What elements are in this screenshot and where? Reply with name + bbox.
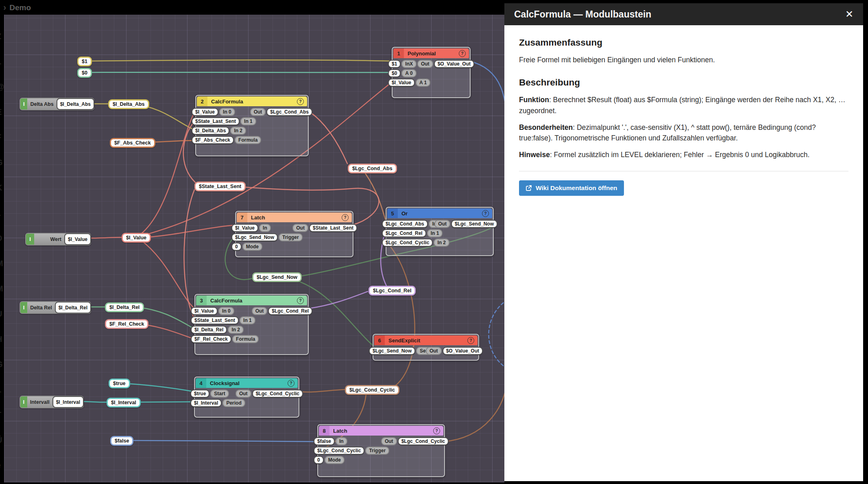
node-header[interactable]: 7Latch? [237, 212, 352, 222]
port-value[interactable]: $0 [388, 69, 401, 77]
node-header[interactable]: 5Or? [387, 208, 492, 218]
port-name[interactable]: In 1 [427, 229, 443, 237]
port-value[interactable]: $Lgc_Cond_Abs [266, 108, 312, 116]
node-Polynomial[interactable]: 1Polynomial?$1InX$0A 0$I_ValueA 1Out$O_V… [392, 47, 471, 98]
port-value[interactable]: $I_Value [231, 224, 258, 232]
port-name[interactable]: In 1 [240, 316, 255, 324]
port-value[interactable]: $false [314, 437, 335, 445]
port-name[interactable]: Trigger [365, 447, 389, 455]
port-name[interactable]: In 2 [434, 239, 449, 247]
port-value[interactable]: $F_Rel_Check [191, 335, 231, 343]
wire-$false[interactable] [125, 440, 317, 442]
port-value[interactable]: $Lgc_Cond_Cyclic [252, 390, 303, 398]
value-label[interactable]: $Lgc_Cond_Rel [369, 286, 416, 296]
help-icon[interactable]: ? [297, 98, 304, 105]
port-name[interactable]: A 1 [416, 79, 430, 87]
port-value[interactable]: $Lgc_Cond_Cyclic [314, 447, 364, 455]
port-value[interactable]: $F_Abs_Check [192, 136, 234, 144]
wire-$true[interactable] [123, 383, 194, 392]
port-name[interactable]: Formula [235, 136, 261, 144]
port-name[interactable]: Period [222, 399, 245, 407]
port-name[interactable]: Start [210, 390, 229, 398]
wire-$I_Value[interactable] [140, 240, 194, 309]
port-value[interactable]: $I_Delta_Abs [192, 127, 229, 135]
value-label[interactable]: $I_Interval [107, 398, 141, 407]
value-label[interactable]: $F_Abs_Check [110, 138, 155, 148]
port-value[interactable]: $O_Value_Out [443, 347, 483, 355]
help-icon[interactable]: ? [342, 214, 349, 221]
node-Or[interactable]: 5Or?$Lgc_Cond_AbsIn 0$Lgc_Cond_RelIn 1$L… [386, 207, 494, 256]
wire-$Lgc_Cond_Cyclic[interactable] [443, 381, 504, 442]
port-name[interactable]: In [336, 437, 347, 445]
node-header[interactable]: 4Clocksignal? [196, 378, 298, 388]
wire-$Lgc_Cond_Abs[interactable] [309, 112, 347, 164]
port-name[interactable]: Out [426, 347, 442, 355]
input-node[interactable]: IIntervall$I_Interval [20, 396, 84, 408]
port-name[interactable]: Formula [232, 335, 259, 343]
node-Latch[interactable]: 8Latch?$falseIn$Lgc_Cond_CyclicTrigger0M… [317, 424, 445, 477]
port-value[interactable]: $Lgc_Cond_Rel [382, 229, 426, 237]
port-value[interactable]: $O_Value_Out [434, 60, 474, 68]
node-CalcFormula[interactable]: 3CalcFormula?$I_ValueIn 0$State_Last_Sen… [194, 294, 309, 355]
node-CalcFormula[interactable]: 2CalcFormula?$I_ValueIn 0$State_Last_Sen… [195, 95, 309, 156]
node-Latch[interactable]: 7Latch?$I_ValueIn$Lgc_Send_NowTrigger0Mo… [235, 211, 353, 257]
port-value[interactable]: $Lgc_Cond_Abs [382, 220, 428, 228]
wire-$Lgc_Cond_Cyclic[interactable] [298, 390, 345, 392]
value-label[interactable]: $Lgc_Cond_Cyclic [345, 385, 399, 395]
port-name[interactable]: In 0 [219, 108, 235, 116]
wire-$Lgc_Cond_Cyclic[interactable] [386, 241, 415, 388]
input-node[interactable]: IDelta Rel$I_Delta_Rel [20, 301, 91, 314]
port-value[interactable]: $Lgc_Send_Now [369, 347, 415, 355]
port-name[interactable]: Out [252, 307, 268, 315]
value-label[interactable]: $Lgc_Send_Now [252, 272, 302, 282]
value-label[interactable]: $I_Delta_Abs [108, 99, 149, 109]
port-name[interactable]: A 0 [401, 69, 416, 77]
port-value[interactable]: $Lgc_Send_Now [231, 233, 278, 241]
value-label[interactable]: $I_Value [122, 233, 151, 243]
port-value[interactable]: $I_Value [388, 79, 415, 87]
wire-$I_Value[interactable] [140, 225, 235, 238]
node-header[interactable]: 8Latch? [319, 426, 443, 436]
wire-$O_Value_Out[interactable] [469, 61, 504, 145]
breadcrumb[interactable]: › Demo [3, 2, 31, 14]
port-name[interactable]: Trigger [279, 233, 303, 241]
port-name[interactable]: InX [401, 60, 417, 68]
node-SendExplicit[interactable]: 6SendExplicit?$Lgc_Send_NowSendOut$O_Val… [373, 334, 479, 361]
port-value[interactable]: $Lgc_Cond_Cyclic [382, 239, 433, 247]
port-value[interactable]: $Lgc_Cond_Cyclic [398, 437, 449, 445]
wire-$State_Last_Sent[interactable] [184, 190, 194, 318]
value-label[interactable]: $false [110, 436, 133, 446]
wire-$Lgc_Cond_Rel[interactable] [307, 291, 368, 309]
wire-$I_Interval[interactable] [81, 401, 107, 402]
node-header[interactable]: 2CalcFormula? [197, 96, 307, 106]
port-value[interactable]: $State_Last_Sent [192, 117, 240, 125]
port-name[interactable]: Out [434, 220, 450, 228]
port-value[interactable]: $true [190, 390, 209, 398]
wiki-button[interactable]: Wiki Dokumentation öffnen [519, 180, 624, 196]
port-name[interactable]: Mode [325, 456, 345, 464]
wire-$O_Value_Out[interactable] [489, 300, 505, 369]
wire-$Lgc_Cond_Abs[interactable] [365, 173, 386, 220]
port-value[interactable]: $Lgc_Cond_Rel [268, 307, 312, 315]
node-Clocksignal[interactable]: 4Clocksignal?$trueStart$I_IntervalPeriod… [194, 377, 299, 418]
input-node[interactable]: IDelta Abs$I_Delta_Abs [20, 98, 94, 110]
port-value[interactable]: $I_Interval [190, 399, 222, 407]
port-name[interactable]: Out [381, 437, 397, 445]
value-label[interactable]: $0 [77, 68, 92, 78]
port-name[interactable]: Out [292, 224, 308, 232]
port-name[interactable]: Out [250, 108, 266, 116]
port-name[interactable]: In [259, 224, 271, 232]
value-label[interactable]: $I_Delta_Rel [105, 302, 144, 312]
wire-$0[interactable] [88, 72, 392, 73]
port-name[interactable]: Out [417, 60, 433, 68]
wire-$1[interactable] [88, 60, 392, 61]
value-label[interactable]: $Lgc_Cond_Abs [348, 164, 397, 173]
port-value[interactable]: $I_Delta_Rel [191, 326, 227, 334]
help-icon[interactable]: ? [467, 337, 474, 344]
value-label[interactable]: $F_Rel_Check [105, 319, 148, 329]
port-value[interactable]: $I_Value [192, 108, 218, 116]
input-node[interactable]: IWert$I_Value [25, 233, 91, 245]
port-name[interactable]: Mode [242, 243, 262, 251]
port-name[interactable]: In 1 [240, 117, 256, 125]
help-icon[interactable]: ? [297, 297, 304, 304]
